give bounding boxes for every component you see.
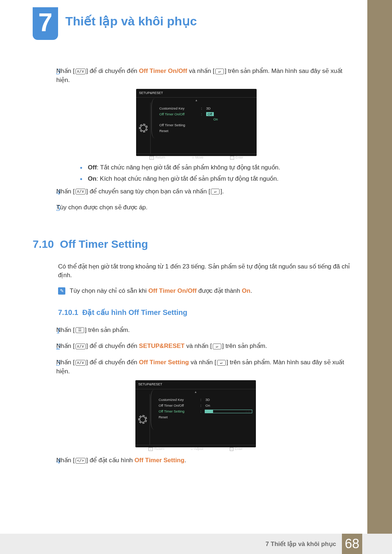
enter-icon [211, 189, 220, 194]
osd-arc-decoration [151, 390, 157, 430]
osd-footer-move: Move [192, 155, 203, 160]
sub-step-2: 2 Nhấn [] để di chuyển đến SETUP&RESET v… [33, 340, 352, 353]
text: ]. [220, 188, 224, 195]
right-accent-bar [367, 0, 392, 554]
osd-row-off-timer-onoff: Off Timer On/Off:Off [159, 111, 253, 117]
updown-icon [75, 69, 86, 74]
osd-footer-return: Return [148, 447, 164, 451]
text: Nhấn [ [56, 67, 75, 74]
osd-menu-2: SETUP&RESET ▲ Customized Key:3D Off Time… [135, 380, 256, 447]
bullet-text: Off: Tắt chức năng hẹn giờ tắt để sản ph… [88, 163, 352, 172]
step-number: 3 [33, 357, 56, 376]
osd-row-reset: Reset [159, 128, 253, 134]
subsection-number: 7.10.1 [58, 308, 78, 316]
menu-icon [75, 327, 84, 333]
step-number: 1 [33, 324, 56, 337]
osd-slider-value: 4 h [245, 410, 250, 414]
bullet-icon: ● [80, 175, 88, 184]
leftright-icon [75, 458, 86, 464]
enter-icon [217, 360, 226, 366]
gear-icon [140, 125, 147, 131]
osd-key: On [242, 287, 250, 294]
text: ] để di chuyển đến [86, 67, 139, 74]
osd-value: On [204, 403, 252, 408]
page-content: 3 Nhấn [] để di chuyển đến Off Timer On/… [33, 65, 352, 471]
osd-footer: Return Adjust Enter [135, 445, 256, 453]
osd-header: SETUP&RESET [135, 380, 256, 389]
step-body: Nhấn [] trên sản phẩm. [56, 324, 352, 337]
step-body: Nhấn [] để di chuyển đến Off Timer On/Of… [56, 65, 352, 85]
osd-footer-enter: Enter [230, 447, 243, 451]
step-body: Nhấn [] để di chuyển đến SETUP&RESET và … [56, 340, 352, 353]
text: . [250, 287, 252, 294]
osd-row-off-timer-onoff: Off Timer On/Off:On [159, 403, 252, 409]
step-body: Nhấn [] để chuyển sang tùy chọn bạn cần … [56, 186, 352, 198]
osd-key: Off Timer Setting [135, 457, 185, 464]
osd-icon-column [136, 103, 151, 153]
note-row: ✎ Tùy chọn này chỉ có sẵn khi Off Timer … [58, 287, 352, 296]
osd-label: Customized Key [159, 106, 201, 111]
osd-key: SETUP&RESET [139, 342, 185, 349]
updown-icon [75, 344, 86, 349]
step-4: 4 Nhấn [] để chuyển sang tùy chọn bạn cầ… [33, 186, 352, 198]
footer-page-number: 68 [342, 534, 362, 554]
section-name: Off Timer Setting [60, 238, 148, 250]
text: ] để chuyển sang tùy chọn bạn cần và nhấ… [86, 188, 211, 195]
bullet-label: On [88, 175, 97, 182]
osd-key: Off Timer Setting [139, 359, 189, 366]
text: Tùy chọn này chỉ có sẵn khi [70, 287, 148, 294]
osd-row-customized-key: Customized Key:3D [159, 106, 253, 111]
osd-icon-column [135, 394, 150, 445]
osd-label: Off Timer On/Off [159, 403, 200, 408]
sub-step-1: 1 Nhấn [] trên sản phẩm. [33, 324, 352, 337]
step-number: 3 [33, 65, 56, 85]
osd-label: Reset [159, 415, 200, 420]
osd-header: SETUP&RESET [136, 89, 257, 98]
osd-row-reset: Reset [159, 414, 252, 420]
osd-footer: Return Move Enter [136, 153, 257, 161]
bullet-icon: ● [80, 163, 88, 172]
osd-key: Off Timer On/Off [139, 67, 187, 74]
text: được đặt thành [197, 287, 242, 294]
subsection-title: 7.10.1 Đặt cấu hình Off Timer Setting [58, 307, 352, 318]
section-description: Có thể đặt hẹn giờ tắt trong khoảng từ 1… [58, 262, 352, 280]
sub-step-4: 4 Nhấn [] để đặt cấu hình Off Timer Sett… [33, 455, 352, 467]
step-body: Tùy chọn được chọn sẽ được áp. [56, 202, 352, 214]
text: ] trên sản phẩm. [222, 342, 267, 349]
text: và nhấn [ [187, 67, 215, 74]
osd-slider-fill [205, 410, 213, 413]
step-number: 4 [33, 186, 56, 198]
bullet-on: ● On: Kích hoạt chức năng hẹn giờ tắt để… [80, 175, 352, 184]
osd-menu-1: SETUP&RESET ▲ Customized Key:3D Off Time… [136, 89, 257, 156]
text: và nhấn [ [189, 359, 216, 366]
osd-label: Customized Key [159, 397, 200, 402]
osd-label: Off Timer On/Off [159, 112, 201, 117]
osd-list: Customized Key:3D Off Timer On/Off:Off O… [151, 103, 257, 153]
section-title: 7.10 Off Timer Setting [33, 236, 352, 252]
chapter-title: Thiết lập và khôi phục [65, 14, 197, 28]
osd-label: Off Timer Setting [159, 123, 201, 128]
note-icon: ✎ [58, 287, 65, 295]
text: và nhấn [ [184, 342, 212, 349]
osd-slider: 4 h [205, 410, 252, 413]
step-3: 3 Nhấn [] để di chuyển đến Off Timer On/… [33, 65, 352, 85]
enter-icon [213, 344, 221, 349]
bullet-off: ● Off: Tắt chức năng hẹn giờ tắt để sản … [80, 163, 352, 172]
footer-chapter-label: 7 Thiết lập và khôi phục [266, 540, 336, 548]
section-7-10: 7.10 Off Timer Setting Có thể đặt hẹn gi… [33, 236, 352, 467]
osd-row-off-timer-setting: Off Timer Setting [159, 122, 253, 128]
note-text: Tùy chọn này chỉ có sẵn khi Off Timer On… [70, 287, 252, 296]
text: Nhấn [ [56, 188, 75, 195]
text: : Tắt chức năng hẹn giờ tắt để sản phẩm … [97, 164, 280, 171]
osd-dropdown-option: On [159, 117, 253, 122]
text: Nhấn [ [56, 327, 75, 333]
step-5: 5 Tùy chọn được chọn sẽ được áp. [33, 202, 352, 214]
updown-icon [75, 189, 86, 194]
text: ] để di chuyển đến [86, 359, 139, 366]
text: . [184, 457, 186, 464]
page-footer: 7 Thiết lập và khôi phục 68 [0, 534, 367, 554]
step-number: 4 [33, 455, 56, 467]
text: Nhấn [ [56, 342, 75, 349]
section-body: Có thể đặt hẹn giờ tắt trong khoảng từ 1… [58, 262, 352, 468]
section-number: 7.10 [33, 238, 54, 250]
